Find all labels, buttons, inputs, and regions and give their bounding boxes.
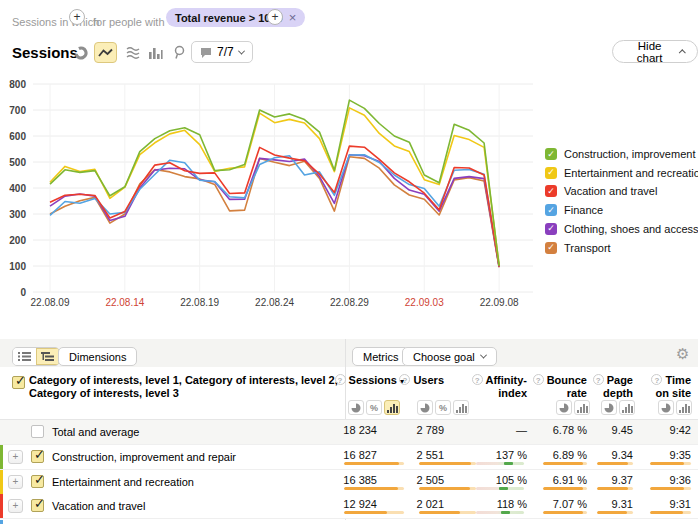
help-icon[interactable]: ?: [593, 374, 604, 385]
legend-checkbox-icon[interactable]: ✓: [545, 223, 557, 235]
metric-bar: [419, 487, 476, 490]
pie-display-button[interactable]: [658, 400, 674, 415]
legend-item[interactable]: ✓Clothing, shoes and accessories: [545, 222, 698, 236]
percent-display-button[interactable]: %: [366, 400, 382, 415]
bar-display-button[interactable]: [574, 400, 590, 415]
table-row[interactable]: +Entertainment and recreation16 3852 505…: [0, 470, 698, 495]
column-header-time[interactable]: ? Timeon site: [651, 374, 691, 399]
dimension-select-all-checkbox[interactable]: [12, 376, 25, 389]
table-row[interactable]: +Vacation and travel12 9242 021118 %7.07…: [0, 494, 698, 519]
filter-people-label: for people with: [93, 12, 165, 30]
list-view-button[interactable]: [13, 348, 36, 365]
cell-value: 9.45: [612, 424, 633, 436]
y-tick-label: 700: [0, 105, 26, 116]
pie-mini-icon: [420, 403, 430, 413]
bar-mini-icon: [387, 403, 398, 413]
help-icon[interactable]: ?: [399, 374, 410, 385]
expand-row-button[interactable]: +: [8, 499, 23, 513]
row-checkbox[interactable]: [31, 475, 44, 488]
pie-chart-type-icon[interactable]: [74, 46, 88, 64]
bar-mini-icon: [622, 403, 633, 413]
legend-item[interactable]: ✓Transport: [545, 241, 611, 255]
row-color-stripe: [0, 445, 3, 469]
add-session-condition-button[interactable]: +: [69, 9, 85, 25]
choose-goal-button[interactable]: Choose goal: [402, 347, 497, 366]
pie-display-button[interactable]: [556, 400, 572, 415]
chart-plot-area[interactable]: [33, 82, 533, 296]
bar-display-button[interactable]: [676, 400, 692, 415]
line-chart-type-button[interactable]: [94, 42, 117, 63]
bar-display-button[interactable]: [619, 400, 635, 415]
metrics-button[interactable]: Metrics: [352, 347, 409, 366]
filter-chip-total-revenue[interactable]: Total revenue > 1000 ×: [166, 8, 305, 27]
pie-display-button[interactable]: [417, 400, 433, 415]
column-chart-type-button[interactable]: [144, 42, 167, 63]
add-people-condition-button[interactable]: +: [267, 9, 283, 25]
legend-checkbox-icon[interactable]: ✓: [545, 204, 557, 216]
column-header-bounce[interactable]: ? Bouncerate: [533, 374, 587, 399]
help-icon[interactable]: ?: [335, 374, 346, 385]
gear-icon[interactable]: ⚙: [676, 346, 689, 361]
hide-chart-button[interactable]: Hide chart: [612, 40, 698, 63]
stacked-chart-type-button[interactable]: [122, 42, 145, 63]
row-checkbox[interactable]: [31, 425, 44, 438]
bar-display-button[interactable]: [384, 400, 400, 415]
legend-checkbox-icon[interactable]: ✓: [545, 148, 557, 160]
table-row[interactable]: Total and average18 2342 789—6.78 %9.459…: [0, 420, 698, 445]
legend-item[interactable]: ✓Finance: [545, 203, 603, 217]
affinity-indicator-bar: [476, 487, 524, 490]
pie-mini-icon: [559, 403, 569, 413]
row-label: Total and average: [52, 426, 139, 438]
legend-label: Clothing, shoes and accessories: [564, 223, 698, 235]
help-icon[interactable]: ?: [472, 374, 483, 385]
comment-icon: [200, 47, 212, 58]
metric-bar: [597, 487, 633, 490]
legend-label: Entertainment and recreation: [564, 167, 698, 179]
y-tick-label: 600: [0, 131, 26, 142]
filter-sessions-label: Sessions in which: [12, 12, 99, 30]
column-header-users[interactable]: ? Users: [399, 374, 444, 387]
legend-checkbox-icon[interactable]: ✓: [545, 242, 557, 254]
legend-item[interactable]: ✓Vacation and travel: [545, 184, 657, 198]
table-row[interactable]: +Construction, improvement and repair16 …: [0, 445, 698, 470]
bar-mini-icon: [679, 403, 690, 413]
expand-row-button[interactable]: +: [8, 475, 23, 489]
row-checkbox[interactable]: [31, 499, 44, 512]
legend-checkbox-icon[interactable]: ✓: [545, 167, 557, 179]
segments-dropdown[interactable]: 7/7: [191, 41, 253, 63]
percent-display-button[interactable]: %: [435, 400, 451, 415]
legend-checkbox-icon[interactable]: ✓: [545, 185, 557, 197]
legend-item[interactable]: ✓Entertainment and recreation: [545, 166, 698, 180]
cell-value: 7.07 %: [553, 498, 587, 510]
expand-row-button[interactable]: +: [8, 450, 23, 464]
tree-view-button[interactable]: [36, 348, 59, 365]
help-icon[interactable]: ?: [651, 374, 662, 385]
legend-label: Vacation and travel: [564, 185, 657, 197]
analytics-report-page: Sessions in which + for people with Tota…: [0, 0, 698, 524]
cell-value: 9:31: [670, 498, 691, 510]
column-header-sessions[interactable]: ? Sessions ▾: [335, 374, 404, 389]
cell-value: 9:42: [670, 424, 691, 436]
pie-display-button[interactable]: [348, 400, 364, 415]
metric-display-toggle: [601, 400, 635, 415]
remove-filter-icon[interactable]: ×: [289, 13, 297, 23]
cell-value: 16 827: [343, 449, 377, 461]
cell-value: 6.89 %: [553, 449, 587, 461]
row-label: Construction, improvement and repair: [52, 451, 236, 463]
map-chart-type-button[interactable]: [168, 42, 191, 63]
list-view-icon: [18, 351, 31, 362]
bar-display-button[interactable]: [453, 400, 469, 415]
pie-display-button[interactable]: [601, 400, 617, 415]
cell-value: 137 %: [496, 449, 527, 461]
dimension-header: Category of interests, level 1, Category…: [29, 374, 341, 399]
help-icon[interactable]: ?: [533, 374, 544, 385]
column-header-page[interactable]: ? Pagedepth: [593, 374, 633, 399]
view-toggle: [12, 347, 60, 366]
column-header-affinity-[interactable]: ? Affinity-index: [472, 374, 527, 399]
metric-bar: [543, 462, 587, 465]
legend-item[interactable]: ✓Construction, improvement and repair: [545, 147, 698, 161]
tree-view-icon: [41, 351, 54, 362]
dimensions-button[interactable]: Dimensions: [58, 347, 137, 366]
table-row[interactable]: [0, 520, 698, 524]
row-checkbox[interactable]: [31, 450, 44, 463]
